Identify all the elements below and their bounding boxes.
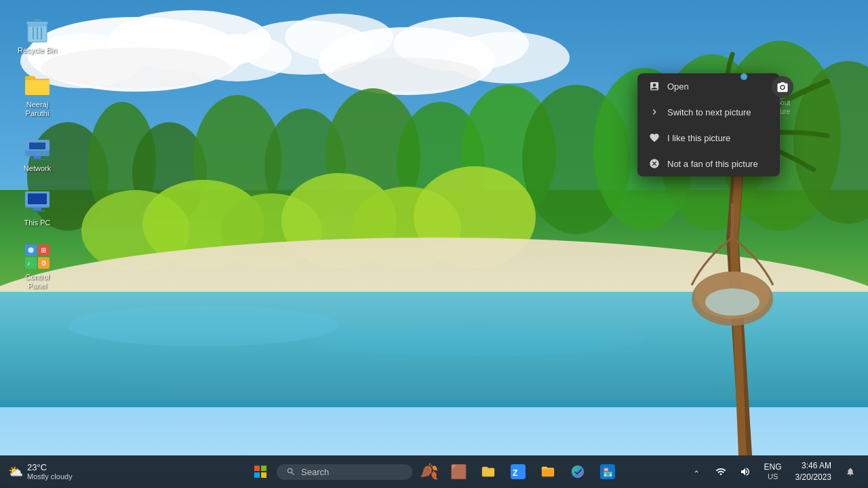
context-menu-like[interactable]: I like this picture	[637, 125, 780, 151]
zoom-taskbar-icon[interactable]: Z	[505, 458, 532, 485]
context-menu-switch[interactable]: Switch to next picture	[637, 99, 780, 125]
network-label: Network	[24, 164, 51, 173]
context-switch-label: Switch to next picture	[667, 107, 751, 117]
time: 3:46 AM	[802, 460, 831, 472]
context-notfan-label: Not a fan of this picture	[667, 159, 758, 169]
svg-text:♪: ♪	[27, 260, 31, 267]
open-icon	[648, 80, 660, 92]
camera-icon[interactable]	[772, 76, 793, 98]
network-tray-icon[interactable]	[711, 462, 730, 481]
taskbar-left: ⛅ 23°C Mostly cloudy	[8, 462, 225, 482]
svg-text:Z: Z	[513, 468, 518, 478]
weather-text: 23°C Mostly cloudy	[27, 462, 73, 482]
svg-rect-53	[29, 210, 45, 212]
context-menu: Open Switch to next picture I like this …	[637, 73, 780, 176]
svg-rect-47	[34, 156, 41, 159]
next-picture-icon	[648, 106, 660, 118]
files-taskbar-icon[interactable]	[534, 458, 561, 485]
svg-rect-48	[31, 159, 44, 160]
svg-point-35	[68, 305, 339, 346]
datetime[interactable]: 3:46 AM 3/20/2023	[791, 459, 835, 485]
weather-widget[interactable]: ⛅ 23°C Mostly cloudy	[8, 462, 73, 482]
svg-rect-65	[254, 472, 260, 478]
file-explorer-taskbar-icon[interactable]	[475, 458, 502, 485]
selection-dot	[741, 73, 747, 80]
weather-description: Mostly cloudy	[27, 472, 73, 481]
svg-rect-64	[261, 466, 267, 471]
language-indicator[interactable]: ENG US	[760, 461, 786, 483]
volume-tray-icon[interactable]	[736, 462, 755, 481]
desktop-icons: Recycle Bin Neeraj Paruthi	[14, 14, 61, 293]
start-button[interactable]	[247, 458, 274, 485]
svg-point-62	[781, 86, 785, 90]
svg-text:🏪: 🏪	[603, 467, 613, 477]
svg-rect-52	[33, 208, 41, 210]
region-code: US	[768, 472, 778, 481]
control-panel-label: Control Panel	[25, 273, 49, 290]
svg-text:⚙: ⚙	[41, 259, 47, 267]
neeraj-folder-icon[interactable]: Neeraj Paruthi	[14, 68, 61, 121]
edge-taskbar-icon[interactable]	[564, 458, 591, 485]
search-label: Search	[301, 467, 329, 477]
weather-icon: ⛅	[8, 464, 23, 479]
svg-point-58	[28, 247, 34, 252]
taskbar: ⛅ 23°C Mostly cloudy	[0, 455, 868, 488]
desktop: Recycle Bin Neeraj Paruthi	[0, 0, 868, 488]
notfan-icon	[648, 157, 660, 170]
like-icon	[648, 132, 660, 144]
this-pc-label: This PC	[24, 219, 50, 227]
wallpaper	[0, 0, 868, 455]
context-menu-notfan[interactable]: Not a fan of this picture	[637, 151, 780, 176]
control-panel-icon[interactable]: ⊞ ♪ ⚙ Control Panel	[14, 240, 61, 293]
svg-rect-66	[261, 472, 267, 478]
widgets-taskbar-icon[interactable]: 🟫	[445, 458, 472, 485]
svg-rect-63	[254, 466, 260, 471]
context-menu-open[interactable]: Open	[637, 73, 780, 99]
copilot-taskbar-icon[interactable]: 🍂	[415, 458, 442, 485]
date: 3/20/2023	[795, 472, 831, 483]
taskbar-right: ENG US 3:46 AM 3/20/2023	[687, 459, 860, 485]
svg-text:⊞: ⊞	[41, 246, 46, 254]
recycle-bin-label: Recycle Bin	[18, 46, 57, 55]
temperature: 23°C	[27, 462, 73, 473]
svg-point-11	[332, 58, 481, 92]
neeraj-label: Neeraj Paruthi	[26, 100, 50, 118]
recycle-bin-icon[interactable]: Recycle Bin	[14, 14, 61, 58]
language-code: ENG	[764, 462, 782, 472]
taskbar-center: Search 🍂 🟫 Z	[247, 458, 621, 485]
svg-point-10	[41, 48, 231, 88]
svg-point-36	[305, 322, 644, 356]
svg-rect-43	[26, 22, 48, 24]
context-open-label: Open	[667, 81, 689, 92]
svg-point-39	[705, 288, 760, 316]
notifications-tray-icon[interactable]	[841, 462, 860, 481]
svg-rect-51	[28, 193, 47, 204]
svg-rect-46	[29, 143, 45, 149]
network-icon[interactable]: Network	[14, 132, 61, 176]
this-pc-icon[interactable]: This PC	[14, 186, 61, 230]
store-taskbar-icon[interactable]: 🏪	[594, 458, 621, 485]
context-like-label: I like this picture	[667, 133, 730, 143]
search-bar[interactable]: Search	[277, 464, 412, 480]
show-hidden-icons[interactable]	[687, 462, 706, 481]
